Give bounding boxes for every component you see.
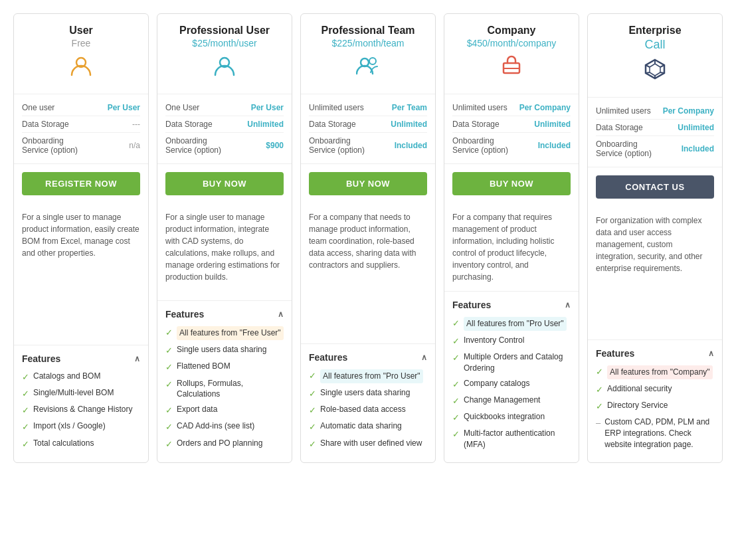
features-section-user: Features ∧ ✓Catalogs and BOM✓Single/Mult… [14,345,148,462]
plan-details-company: Unlimited users Per Company Data Storage… [444,94,579,164]
detail-row-professional-user-2: OnboardingService (option) $900 [165,133,284,158]
check-icon: ✓ [596,401,603,413]
detail-value: --- [132,120,140,129]
detail-value: Included [538,141,571,150]
cta-button-enterprise[interactable]: CONTACT US [596,175,714,199]
detail-label: Data Storage [165,120,213,129]
chevron-up-icon: ∧ [421,353,427,362]
check-icon: ✓ [452,428,460,440]
plan-price-professional-user: $25/month/user [165,38,284,48]
detail-label: One User [165,103,199,112]
detail-value: Unlimited [534,120,571,129]
check-icon: ✓ [165,379,173,391]
btn-wrap-professional-user: BUY NOW [157,164,292,203]
plan-card-company: Company $450/month/company Unlimited use… [444,13,579,463]
cta-button-professional-user[interactable]: BUY NOW [165,172,284,195]
detail-row-professional-team-2: OnboardingService (option) Included [309,133,427,158]
feature-item-professional-team-4: ✓Share with user defined view [309,438,427,450]
feature-text: Single users data sharing [320,387,410,399]
features-header-professional-user[interactable]: Features ∧ [165,309,284,320]
feature-item-company-4: ✓Change Management [452,395,571,407]
features-section-professional-user: Features ∧ ✓All features from "Free User… [157,300,292,462]
features-label: Features [309,352,347,363]
detail-row-company-0: Unlimited users Per Company [452,100,571,116]
feature-item-professional-team-1: ✓Single users data sharing [309,387,427,400]
features-label: Features [165,309,204,320]
check-icon: ✓ [452,318,460,329]
feature-text: Share with user defined view [320,438,422,449]
feature-item-company-5: ✓Quickbooks integration [452,411,571,424]
detail-row-user-1: Data Storage --- [22,116,140,133]
features-header-company[interactable]: Features ∧ [452,300,571,310]
feature-text: Multi-factor authentication (MFA) [464,428,571,450]
check-icon: ✓ [309,438,316,450]
plan-header-company: Company $450/month/company [444,14,579,94]
features-header-enterprise[interactable]: Features ∧ [596,348,714,359]
feature-text: CAD Add-ins (see list) [177,420,254,432]
detail-row-company-2: OnboardingService (option) Included [452,133,571,158]
detail-label: OnboardingService (option) [309,136,365,155]
detail-row-company-1: Data Storage Unlimited [452,116,571,133]
feature-text: Additional security [607,383,672,395]
feature-item-enterprise-2: ✓Directory Service [596,400,714,413]
detail-value: $900 [266,141,284,150]
plan-header-professional-user: Professional User $25/month/user [157,14,292,94]
check-icon: ✓ [452,379,460,391]
plan-details-enterprise: Unlimited users Per Company Data Storage… [588,98,722,167]
cta-button-user[interactable]: REGISTER NOW [22,172,140,195]
plan-header-enterprise: Enterprise Call [588,14,722,98]
plan-price-professional-team: $225/month/team [309,38,427,48]
svg-point-3 [369,58,376,64]
detail-label: OnboardingService (option) [22,136,78,155]
detail-label: OnboardingService (option) [596,140,652,158]
feature-text: Role-based data access [320,404,406,415]
plan-icon-enterprise [596,57,714,86]
plan-details-professional-team: Unlimited users Per Team Data Storage Un… [301,94,435,164]
feature-item-professional-user-5: ✓CAD Add-ins (see list) [165,420,284,433]
features-section-company: Features ∧ ✓All features from "Pro User"… [444,291,579,462]
plan-details-user: One user Per User Data Storage --- Onboa… [14,94,148,164]
chevron-up-icon: ∧ [708,349,714,358]
plan-name-enterprise: Enterprise [596,25,714,37]
feature-text: Export data [177,404,217,415]
check-icon: ✓ [596,366,603,378]
features-section-professional-team: Features ∧ ✓All features from "Pro User"… [301,343,435,462]
check-icon: ✓ [22,438,29,450]
plan-card-professional-user: Professional User $25/month/user One Use… [157,13,292,463]
feature-item-company-2: ✓Multiple Orders and Catalog Ordering [452,351,571,374]
feature-item-professional-user-2: ✓Flattened BOM [165,361,284,373]
feature-text: Inventory Control [464,335,524,346]
detail-row-enterprise-0: Unlimited users Per Company [596,103,714,120]
detail-row-user-2: OnboardingService (option) n/a [22,133,140,158]
feature-text: Automatic data sharing [320,420,402,432]
feature-text: Rollups, Formulas, Calculations [177,378,284,401]
detail-value: Per Team [392,103,427,112]
cta-button-professional-team[interactable]: BUY NOW [309,172,427,195]
feature-text: Single users data sharing [177,344,266,355]
feature-item-company-1: ✓Inventory Control [452,335,571,347]
plan-description-professional-team: For a company that needs to manage produ… [301,203,435,343]
feature-item-company-6: ✓Multi-factor authentication (MFA) [452,428,571,450]
check-icon: ✓ [22,371,29,383]
detail-row-professional-team-0: Unlimited users Per Team [309,100,427,116]
detail-row-professional-team-1: Data Storage Unlimited [309,116,427,133]
feature-text: Total calculations [33,438,94,449]
feature-item-user-0: ✓Catalogs and BOM [22,371,140,383]
check-icon: ✓ [452,352,460,364]
plan-name-user: User [22,25,140,37]
detail-value: Unlimited [391,120,427,129]
detail-value: Unlimited [678,123,714,132]
detail-label: Data Storage [596,123,643,132]
detail-value: Per Company [519,103,571,112]
btn-wrap-company: BUY NOW [444,164,579,203]
detail-value: n/a [129,141,140,150]
features-header-user[interactable]: Features ∧ [22,353,140,364]
feature-text: Multiple Orders and Catalog Ordering [464,351,571,374]
features-header-professional-team[interactable]: Features ∧ [309,352,427,363]
feature-item-company-3: ✓Company catalogs [452,378,571,391]
detail-value: Per User [251,103,284,112]
detail-label: Data Storage [309,120,356,129]
cta-button-company[interactable]: BUY NOW [452,172,571,195]
check-icon: ✓ [452,395,460,407]
chevron-up-icon: ∧ [278,310,284,319]
